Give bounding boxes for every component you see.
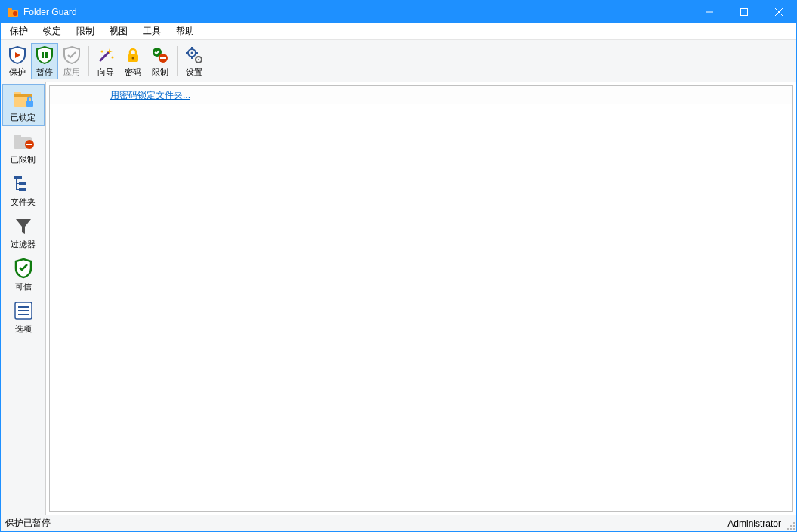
sidebar-item-locked[interactable]: 已锁定 (2, 84, 45, 126)
toolbar-restrict-button[interactable]: 限制 (147, 43, 174, 79)
minimize-button[interactable] (692, 1, 727, 23)
menubar: 保护 锁定 限制 视图 工具 帮助 (1, 23, 796, 40)
options-list-icon (11, 298, 36, 323)
restrict-icon (150, 45, 171, 66)
toolbar-protect-button[interactable]: 保护 (4, 43, 31, 79)
shield-play-icon (7, 45, 28, 66)
shield-trusted-icon (11, 256, 36, 280)
svg-rect-34 (14, 176, 22, 179)
window-controls (692, 1, 796, 23)
toolbar-separator (88, 46, 89, 76)
sidebar-folders-label: 文件夹 (11, 196, 36, 208)
toolbar: 保护 暂停 应用 向导 密码 限制 设置 (1, 40, 796, 82)
svg-point-48 (787, 528, 789, 530)
svg-line-10 (100, 51, 110, 60)
sidebar-restricted-label: 已限制 (11, 154, 36, 165)
svg-rect-29 (26, 101, 33, 107)
status-left: 保护已暂停 (5, 517, 727, 530)
svg-point-2 (13, 11, 17, 16)
lock-with-password-link[interactable]: 用密码锁定文件夹... (110, 89, 190, 102)
close-button[interactable] (761, 1, 796, 23)
svg-point-46 (790, 525, 792, 527)
svg-point-11 (101, 50, 103, 52)
sidebar-options-label: 选项 (15, 323, 32, 335)
toolbar-pause-button[interactable]: 暂停 (31, 43, 58, 79)
svg-rect-28 (14, 94, 32, 97)
svg-point-19 (191, 51, 193, 54)
svg-rect-8 (42, 52, 44, 58)
toolbar-apply-label: 应用 (63, 66, 80, 78)
menu-protect[interactable]: 保护 (2, 23, 36, 39)
svg-point-49 (790, 528, 792, 530)
svg-point-45 (793, 522, 795, 524)
main-area: 用密码锁定文件夹... (46, 82, 796, 515)
sidebar-item-folders[interactable]: 文件夹 (2, 169, 45, 211)
toolbar-wizard-button[interactable]: 向导 (92, 43, 119, 79)
sidebar-item-restricted[interactable]: 已限制 (2, 126, 45, 169)
svg-rect-4 (741, 9, 748, 16)
svg-point-14 (132, 57, 134, 59)
svg-rect-31 (14, 135, 21, 138)
lock-icon (122, 45, 144, 66)
svg-point-25 (198, 59, 199, 60)
toolbar-settings-label: 设置 (186, 66, 202, 78)
svg-rect-9 (45, 52, 48, 58)
toolbar-pause-label: 暂停 (36, 66, 53, 78)
menu-tools[interactable]: 工具 (135, 23, 168, 39)
maximize-button[interactable] (727, 1, 761, 23)
folder-restricted-icon (11, 129, 36, 153)
toolbar-restrict-label: 限制 (152, 66, 168, 78)
svg-point-47 (793, 525, 795, 527)
tree-icon (11, 172, 36, 196)
menu-restrict[interactable]: 限制 (69, 23, 102, 39)
wand-icon (95, 45, 116, 66)
sidebar-trusted-label: 可信 (15, 281, 32, 292)
svg-marker-40 (16, 219, 31, 234)
window-title: Folder Guard (23, 7, 692, 17)
sidebar-filters-label: 过滤器 (11, 239, 36, 250)
svg-rect-17 (160, 57, 166, 59)
svg-point-12 (112, 56, 114, 58)
titlebar: Folder Guard (1, 1, 796, 23)
menu-lock[interactable]: 锁定 (36, 23, 69, 39)
svg-point-50 (793, 528, 795, 530)
sidebar-item-filters[interactable]: 过滤器 (2, 211, 45, 253)
app-icon (7, 6, 19, 18)
toolbar-settings-button[interactable]: 设置 (181, 43, 208, 79)
toolbar-separator (177, 46, 178, 76)
toolbar-password-button[interactable]: 密码 (119, 43, 147, 79)
toolbar-protect-label: 保护 (9, 66, 26, 78)
sidebar: 已锁定 已限制 文件夹 过滤器 可信 (1, 82, 46, 515)
folder-locked-icon (11, 87, 36, 111)
gears-icon (184, 45, 205, 66)
content-frame: 用密码锁定文件夹... (49, 85, 793, 512)
funnel-icon (11, 214, 36, 238)
body: 已锁定 已限制 文件夹 过滤器 可信 (1, 82, 796, 515)
status-user: Administrator (727, 518, 792, 529)
toolbar-password-label: 密码 (125, 66, 141, 78)
toolbar-wizard-label: 向导 (97, 66, 114, 78)
svg-rect-1 (8, 8, 12, 11)
toolbar-apply-button[interactable]: 应用 (58, 43, 85, 79)
menu-view[interactable]: 视图 (102, 23, 135, 39)
sidebar-item-options[interactable]: 选项 (2, 295, 45, 338)
menu-help[interactable]: 帮助 (168, 23, 202, 39)
resize-grip-icon[interactable] (786, 521, 795, 530)
svg-rect-33 (26, 144, 32, 145)
sidebar-locked-label: 已锁定 (11, 112, 36, 123)
sidebar-item-trusted[interactable]: 可信 (2, 253, 45, 295)
svg-rect-35 (19, 182, 26, 185)
shield-check-icon (61, 45, 82, 66)
statusbar: 保护已暂停 Administrator (1, 515, 796, 531)
shield-pause-icon (34, 45, 55, 66)
svg-rect-36 (19, 188, 26, 191)
